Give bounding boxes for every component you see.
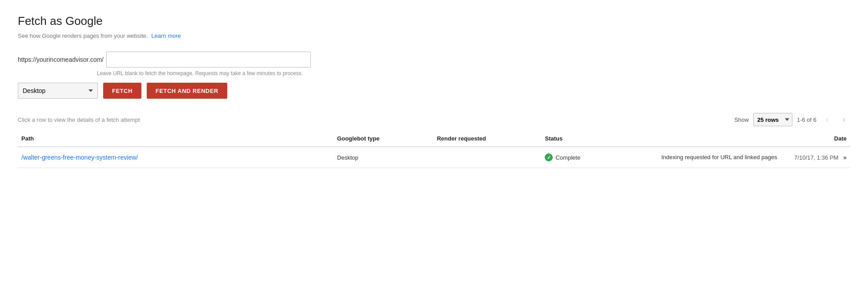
page-subtitle: See how Google renders pages from your w…: [18, 32, 850, 39]
next-page-button[interactable]: ›: [838, 113, 850, 126]
url-hint: Leave URL blank to fetch the homepage. R…: [97, 70, 850, 76]
col-header-render: Render requested: [433, 131, 541, 147]
status-complete-icon: [545, 153, 553, 161]
col-header-status: Status: [541, 131, 658, 147]
url-input[interactable]: [106, 52, 311, 68]
rows-per-page-select[interactable]: 10 rows 25 rows 50 rows 100 rows: [753, 113, 792, 126]
page-title: Fetch as Google: [18, 14, 850, 28]
path-link[interactable]: /walter-greens-free-money-system-review/: [21, 154, 138, 161]
controls-row: Desktop Mobile: Smartphone Mobile: Featu…: [18, 83, 850, 99]
cell-path: /walter-greens-free-money-system-review/: [18, 147, 334, 168]
status-label: Complete: [555, 154, 580, 161]
device-select[interactable]: Desktop Mobile: Smartphone Mobile: Featu…: [18, 83, 98, 99]
row-chevron-icon: »: [843, 154, 847, 161]
cell-info: Indexing requested for URL and linked pa…: [658, 147, 791, 168]
cell-date: 7/10/17, 1:36 PM »: [791, 147, 850, 168]
page-info: 1-6 of 6: [797, 116, 816, 123]
fetch-and-render-button[interactable]: FETCH AND RENDER: [147, 83, 227, 99]
table-row[interactable]: /walter-greens-free-money-system-review/…: [18, 147, 850, 168]
col-header-info: [658, 131, 791, 147]
col-header-date: Date: [791, 131, 850, 147]
url-prefix: https://yourincomeadvisor.com/: [18, 56, 104, 63]
show-label: Show: [734, 116, 749, 123]
learn-more-link[interactable]: Learn more: [151, 32, 181, 39]
cell-render-requested: [433, 147, 541, 168]
cell-googlebot-type: Desktop: [334, 147, 433, 168]
fetch-table: Path Googlebot type Render requested Sta…: [18, 131, 850, 168]
col-header-path: Path: [18, 131, 334, 147]
table-controls: Click a row to view the details of a fet…: [18, 113, 850, 126]
cell-status: Complete: [541, 147, 658, 168]
url-row: https://yourincomeadvisor.com/: [18, 52, 850, 68]
pagination-area: Show 10 rows 25 rows 50 rows 100 rows 1-…: [734, 113, 850, 126]
fetch-button[interactable]: FETCH: [103, 83, 141, 99]
table-hint: Click a row to view the details of a fet…: [18, 116, 140, 123]
prev-page-button[interactable]: ‹: [821, 113, 833, 126]
col-header-googlebot: Googlebot type: [334, 131, 433, 147]
table-header-row: Path Googlebot type Render requested Sta…: [18, 131, 850, 147]
